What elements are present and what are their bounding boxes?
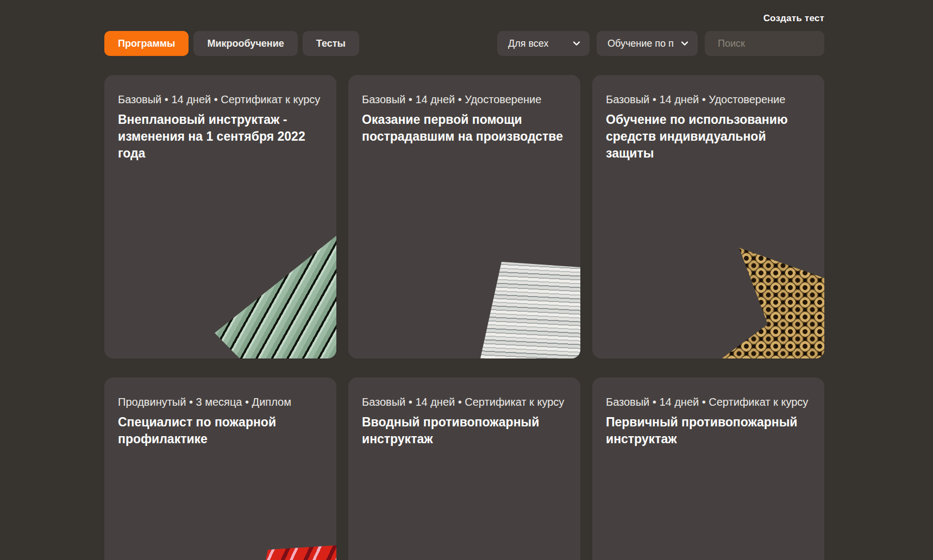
chevron-down-icon (680, 39, 689, 48)
search-input[interactable] (705, 31, 824, 56)
course-card[interactable]: Базовый • 14 дней • Сертификат к курсу В… (348, 377, 580, 560)
chevron-down-icon (572, 39, 581, 48)
course-meta: Продвинутый • 3 месяца • Диплом (118, 394, 323, 410)
category-dropdown-value: Обучение по по (608, 38, 674, 49)
course-meta: Базовый • 14 дней • Удостоверение (606, 91, 811, 108)
course-meta: Базовый • 14 дней • Удостоверение (362, 91, 567, 108)
audience-dropdown-value: Для всех (508, 38, 548, 49)
course-card[interactable]: Базовый • 14 дней • Удостоверение Оказан… (348, 75, 580, 358)
tab-bar: Программы Микрообучение Тесты (104, 31, 359, 56)
course-meta: Базовый • 14 дней • Сертификат к курсу (362, 394, 567, 410)
course-meta: Базовый • 14 дней • Сертификат к курсу (118, 91, 323, 108)
search-box (705, 31, 824, 56)
toolbar: Программы Микрообучение Тесты Для всех О… (104, 31, 824, 56)
create-test-button[interactable]: Создать тест (763, 13, 824, 24)
tab-microlearning[interactable]: Микрообучение (193, 31, 297, 56)
course-title: Первичный противопожарный инструктаж (606, 414, 811, 448)
course-card[interactable]: Базовый • 14 дней • Сертификат к курсу В… (104, 75, 336, 358)
tab-programs[interactable]: Программы (104, 31, 189, 56)
audience-dropdown[interactable]: Для всех (497, 31, 590, 56)
category-dropdown[interactable]: Обучение по по (597, 31, 698, 56)
course-title: Специалист по пожарной профилактике (118, 414, 323, 448)
course-card[interactable]: Продвинутый • 3 месяца • Диплом Специали… (104, 377, 336, 560)
course-title: Вводный противопожарный инструктаж (362, 414, 567, 448)
course-title: Оказание первой помощи пострадавшим на п… (362, 111, 567, 145)
course-title: Обучение по использованию средств индиви… (606, 111, 811, 162)
tab-tests[interactable]: Тесты (303, 31, 359, 56)
course-card-grid: Базовый • 14 дней • Сертификат к курсу В… (104, 75, 824, 560)
course-meta: Базовый • 14 дней • Сертификат к курсу (606, 394, 811, 410)
course-title: Внеплановый инструктаж - изменения на 1 … (118, 111, 323, 162)
course-card[interactable]: Базовый • 14 дней • Удостоверение Обучен… (592, 75, 824, 358)
filters: Для всех Обучение по по (497, 31, 824, 56)
course-card[interactable]: Базовый • 14 дней • Сертификат к курсу П… (592, 377, 824, 560)
